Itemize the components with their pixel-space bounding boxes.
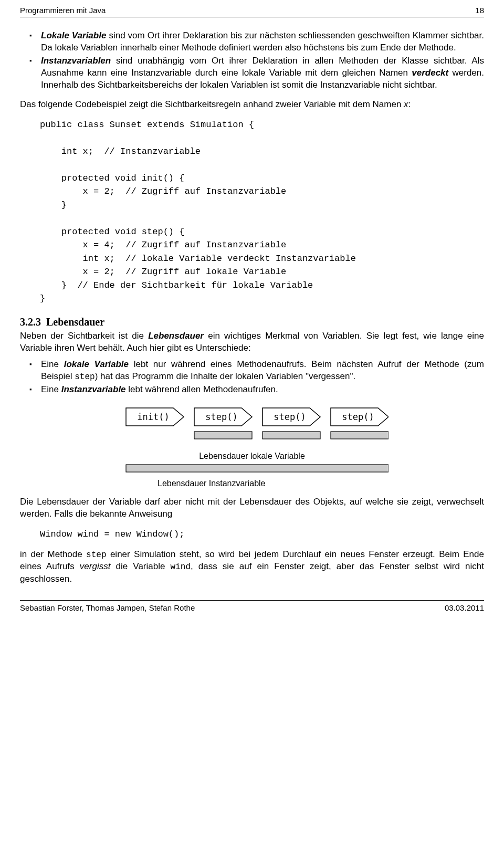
diagram-step-label: step() bbox=[274, 412, 306, 422]
page-header: Programmieren mit Java 18 bbox=[20, 5, 484, 17]
text: Eine bbox=[41, 384, 61, 394]
text: Das folgende Codebeispiel zeigt die Sich… bbox=[20, 99, 404, 109]
text: ) hat das Programm die Inhalte der lokal… bbox=[95, 371, 356, 381]
list-item: Lokale Variable sind vom Ort ihrer Dekla… bbox=[41, 30, 484, 54]
bullet-list-1: Lokale Variable sind vom Ort ihrer Dekla… bbox=[20, 30, 484, 91]
text: lebt während allen Methodenaufrufen. bbox=[126, 384, 278, 394]
svg-rect-0 bbox=[194, 432, 252, 439]
section-heading: 3.2.3 Lebensdauer bbox=[20, 315, 484, 329]
list-item: Eine Instanzvariable lebt während allen … bbox=[41, 384, 484, 396]
term-vergisst: vergisst bbox=[80, 561, 111, 571]
term-lokale-variable: Lokale Variable bbox=[41, 30, 106, 40]
bullet-list-2: Eine lokale Variable lebt nur während ei… bbox=[20, 359, 484, 396]
term-lebensdauer: Lebensdauer bbox=[148, 331, 204, 341]
variable-x: x bbox=[404, 99, 408, 109]
term-instanzvariablen: Instanzvariablen bbox=[41, 56, 111, 66]
paragraph: Neben der Sichtbarkeit ist die Lebensdau… bbox=[20, 330, 484, 354]
diagram-svg-2 bbox=[116, 462, 388, 475]
code-step: step bbox=[75, 372, 94, 382]
list-item: Instanzvariablen sind unabhängig vom Ort… bbox=[41, 55, 484, 91]
diagram-init-label: init() bbox=[137, 412, 169, 422]
header-page-number: 18 bbox=[475, 5, 484, 16]
diagram-label-instance: Lebensdauer Instanzvariable bbox=[105, 478, 399, 489]
diagram-label-local: Lebensdauer lokale Variable bbox=[105, 450, 399, 462]
diagram-step-label: step() bbox=[205, 412, 237, 422]
footer-authors: Sebastian Forster, Thomas Jampen, Stefan… bbox=[20, 603, 195, 613]
term-verdeckt: verdeckt bbox=[412, 68, 448, 78]
code-block-1: public class Sunset extends Simulation {… bbox=[40, 118, 484, 306]
header-title: Programmieren mit Java bbox=[20, 5, 106, 16]
text: die Variable bbox=[110, 561, 170, 571]
text: Eine bbox=[41, 359, 64, 369]
code-wind: wind bbox=[171, 562, 191, 572]
text: : bbox=[408, 99, 411, 109]
text: sind vom Ort ihrer Deklaration bis zur n… bbox=[41, 30, 484, 53]
list-item: Eine lokale Variable lebt nur während ei… bbox=[41, 359, 484, 383]
text: in der Methode bbox=[20, 549, 86, 559]
svg-rect-3 bbox=[126, 465, 388, 472]
diagram-step-label: step() bbox=[342, 412, 374, 422]
term-lokale-variable: lokale Variable bbox=[64, 359, 129, 369]
code-block-2: Window wind = new Window(); bbox=[40, 528, 484, 541]
svg-rect-1 bbox=[262, 432, 320, 439]
paragraph: Das folgende Codebeispiel zeigt die Sich… bbox=[20, 99, 484, 111]
code-step: step bbox=[86, 550, 106, 560]
footer-date: 03.03.2011 bbox=[445, 603, 484, 613]
section-number: 3.2.3 bbox=[20, 316, 41, 328]
term-instanzvariable: Instanzvariable bbox=[61, 384, 126, 394]
lifetime-diagram: init() step() step() step() Lebensdauer … bbox=[105, 405, 399, 489]
text: Neben der Sichtbarkeit ist die bbox=[20, 331, 148, 341]
diagram-svg: init() step() step() step() bbox=[116, 405, 388, 447]
svg-rect-2 bbox=[331, 432, 388, 439]
page-footer: Sebastian Forster, Thomas Jampen, Stefan… bbox=[20, 600, 484, 613]
section-title: Lebensdauer bbox=[46, 316, 104, 328]
paragraph: Die Lebensdauer der Variable darf aber n… bbox=[20, 496, 484, 520]
paragraph: in der Methode step einer Simulation ste… bbox=[20, 549, 484, 585]
